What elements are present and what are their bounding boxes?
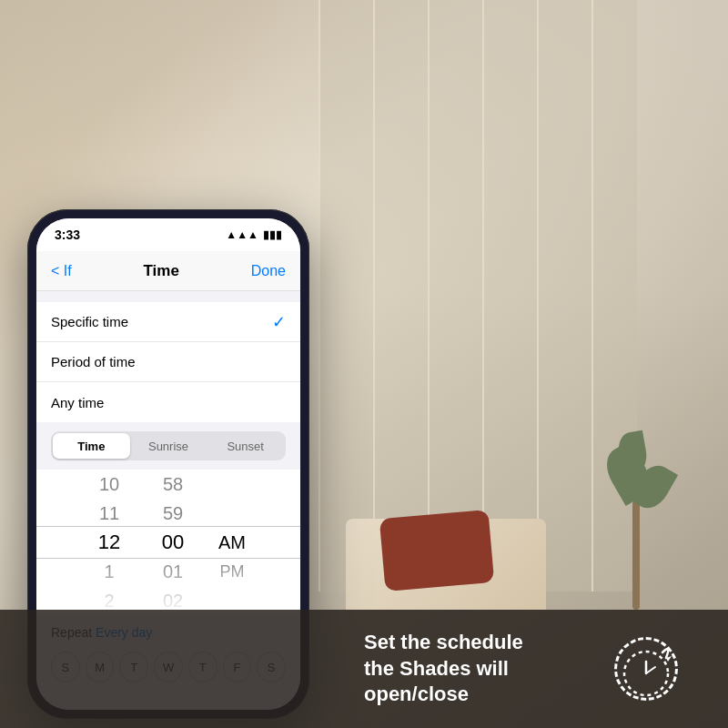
clock-icon <box>610 632 682 705</box>
nav-title: Time <box>144 262 179 280</box>
segment-time[interactable]: Time <box>53 433 130 459</box>
wifi-icon: ▲▲▲ <box>226 228 258 241</box>
clock-circle <box>614 637 678 701</box>
nav-bar: < If Time Done <box>36 251 300 291</box>
picker-hours-column[interactable]: 9 10 11 12 1 2 3 <box>77 470 141 615</box>
picker-min-00: 00 <box>141 528 205 557</box>
window-blinds <box>318 0 637 592</box>
picker-min-59: 59 <box>141 499 205 528</box>
option-period-label: Period of time <box>51 354 136 369</box>
option-period-of-time[interactable]: Period of time <box>36 342 300 382</box>
time-picker[interactable]: 9 10 11 12 1 2 3 57 58 59 <box>36 470 300 615</box>
cta-text: Set the schedule the Shades will open/cl… <box>364 630 592 708</box>
picker-hour-10: 10 <box>77 470 141 499</box>
option-specific-time[interactable]: Specific time ✓ <box>36 302 300 342</box>
option-any-time-label: Any time <box>51 395 104 410</box>
picker-am: AM <box>218 528 246 557</box>
picker-min-01: 01 <box>141 557 205 586</box>
option-specific-time-label: Specific time <box>51 314 128 329</box>
segment-section: Time Sunrise Sunset <box>36 422 300 470</box>
picker-period-column[interactable]: AM PM <box>205 470 259 615</box>
checkmark-icon: ✓ <box>272 312 286 332</box>
picker-hour-12: 12 <box>77 528 141 557</box>
status-icons: ▲▲▲ ▮▮▮ <box>226 228 282 241</box>
battery-icon: ▮▮▮ <box>263 228 282 241</box>
segment-sunrise[interactable]: Sunrise <box>130 433 207 459</box>
cta-line1: Set the schedule <box>364 631 523 653</box>
segment-sunset[interactable]: Sunset <box>207 433 284 459</box>
status-time: 3:33 <box>55 228 80 242</box>
picker-pm: PM <box>220 557 245 586</box>
picker-hour-1: 1 <box>77 557 141 586</box>
pillow <box>379 510 495 592</box>
plant <box>601 428 673 610</box>
status-bar: 3:33 ▲▲▲ ▮▮▮ <box>36 218 300 251</box>
time-segment-control: Time Sunrise Sunset <box>51 431 286 460</box>
bottom-cta-bar: Set the schedule the Shades will open/cl… <box>0 610 728 728</box>
back-button[interactable]: < If <box>51 263 72 279</box>
cta-line2: the Shades will open/close <box>364 657 509 706</box>
done-button[interactable]: Done <box>251 263 286 279</box>
picker-min-58: 58 <box>141 470 205 499</box>
picker-minutes-column[interactable]: 57 58 59 00 01 02 03 <box>141 470 205 615</box>
option-any-time[interactable]: Any time <box>36 382 300 422</box>
time-options-list: Specific time ✓ Period of time Any time <box>36 302 300 422</box>
picker-hour-11: 11 <box>77 499 141 528</box>
